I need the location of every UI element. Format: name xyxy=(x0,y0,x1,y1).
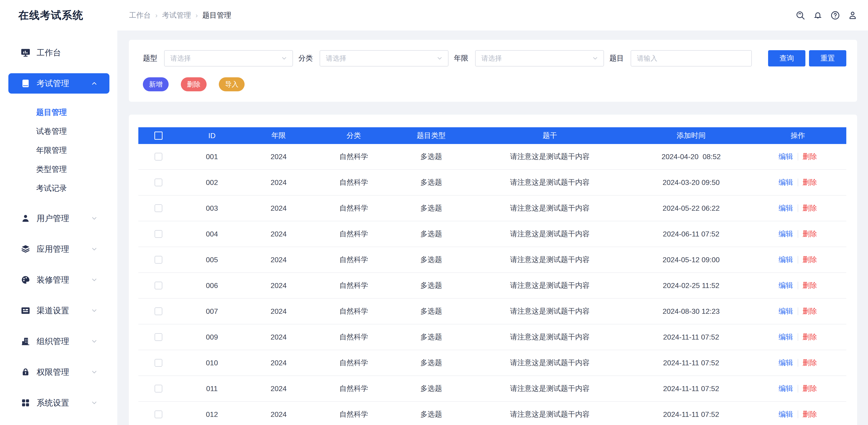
edit-link[interactable]: 编辑 xyxy=(779,203,793,213)
cell-stem: 请注意这是测试题干内容 xyxy=(467,384,633,394)
import-button[interactable]: 导入 xyxy=(219,77,245,91)
chevron-down-icon xyxy=(91,307,98,314)
sidebar-subitem-question-management[interactable]: 题目管理 xyxy=(0,103,117,122)
row-checkbox[interactable] xyxy=(155,256,162,264)
cell-stem: 请注意这是测试题干内容 xyxy=(467,332,633,342)
reset-button[interactable]: 重置 xyxy=(809,50,846,66)
cell-id: 009 xyxy=(179,333,245,341)
user-avatar-icon[interactable] xyxy=(848,10,858,20)
sidebar-nav: 工作台 考试管理 题目管理 试卷管理 年限管理 类型管理 考试记录 xyxy=(0,31,117,423)
row-checkbox[interactable] xyxy=(155,230,162,238)
sidebar-subitem-year-management[interactable]: 年限管理 xyxy=(0,141,117,160)
select-all-checkbox[interactable] xyxy=(154,131,162,140)
delete-link[interactable]: 删除 xyxy=(803,229,817,239)
edit-link[interactable]: 编辑 xyxy=(779,152,793,162)
divider xyxy=(798,282,798,290)
edit-link[interactable]: 编辑 xyxy=(779,409,793,419)
table-row: 004 2024 自然科学 多选题 请注意这是测试题干内容 2024-06-11… xyxy=(138,221,846,247)
year-select[interactable]: 请选择 xyxy=(475,50,604,66)
category-select[interactable]: 请选择 xyxy=(320,50,448,66)
sidebar-subitem-type-management[interactable]: 类型管理 xyxy=(0,160,117,179)
row-checkbox[interactable] xyxy=(155,204,162,212)
delete-link[interactable]: 删除 xyxy=(803,409,817,419)
cell-time: 2024-03-20 09:50 xyxy=(633,178,749,187)
breadcrumb-workbench[interactable]: 工作台 xyxy=(129,10,151,20)
chevron-down-icon xyxy=(91,338,98,345)
delete-link[interactable]: 删除 xyxy=(803,152,817,162)
sidebar-item-permission-management[interactable]: 权限管理 xyxy=(8,362,110,382)
sidebar-item-decoration-management[interactable]: 装修管理 xyxy=(8,270,110,290)
delete-link[interactable]: 删除 xyxy=(803,203,817,213)
row-checkbox[interactable] xyxy=(155,179,162,186)
edit-link[interactable]: 编辑 xyxy=(779,255,793,265)
app-logo: 在线考试系统 xyxy=(0,0,117,31)
edit-link[interactable]: 编辑 xyxy=(779,229,793,239)
delete-link[interactable]: 删除 xyxy=(803,255,817,265)
dashboard-icon xyxy=(21,48,31,58)
row-checkbox[interactable] xyxy=(155,153,162,160)
table-row: 011 2024 自然科学 多选题 请注意这是测试题干内容 2024-11-11… xyxy=(138,376,846,402)
table-row: 012 2024 自然科学 多选题 请注意这是测试题干内容 2024-11-11… xyxy=(138,402,846,425)
cell-category: 自然科学 xyxy=(312,332,396,342)
cell-type: 多选题 xyxy=(396,178,467,187)
delete-link[interactable]: 删除 xyxy=(803,306,817,316)
divider xyxy=(798,411,798,418)
bell-icon[interactable] xyxy=(813,10,823,20)
edit-link[interactable]: 编辑 xyxy=(779,332,793,342)
edit-link[interactable]: 编辑 xyxy=(779,178,793,187)
delete-link[interactable]: 删除 xyxy=(803,332,817,342)
chevron-up-icon xyxy=(91,80,98,87)
column-header-add-time: 添加时间 xyxy=(633,131,749,141)
edit-link[interactable]: 编辑 xyxy=(779,384,793,394)
edit-link[interactable]: 编辑 xyxy=(779,306,793,316)
edit-link[interactable]: 编辑 xyxy=(779,280,793,291)
sidebar-item-channel-settings[interactable]: 渠道设置 xyxy=(8,300,110,321)
sidebar-item-workbench[interactable]: 工作台 xyxy=(8,42,110,63)
cell-year: 2024 xyxy=(245,153,312,161)
sidebar-item-label: 用户管理 xyxy=(37,213,69,224)
cell-year: 2024 xyxy=(245,230,312,238)
question-input[interactable] xyxy=(631,50,752,66)
add-button[interactable]: 新增 xyxy=(143,77,168,91)
building-icon xyxy=(21,336,31,346)
search-icon[interactable] xyxy=(796,10,805,20)
grid-icon xyxy=(21,398,31,408)
row-checkbox[interactable] xyxy=(155,282,162,290)
column-header-operation: 操作 xyxy=(749,131,846,141)
breadcrumb-exam-management[interactable]: 考试管理 xyxy=(162,10,191,20)
cell-stem: 请注意这是测试题干内容 xyxy=(467,178,633,187)
sidebar-subitem-paper-management[interactable]: 试卷管理 xyxy=(0,122,117,141)
delete-link[interactable]: 删除 xyxy=(803,280,817,291)
column-header-id: ID xyxy=(179,131,245,140)
cell-year: 2024 xyxy=(245,385,312,393)
sidebar-item-exam-management[interactable]: 考试管理 xyxy=(8,73,110,94)
sidebar-subitem-exam-records[interactable]: 考试记录 xyxy=(0,179,117,198)
cell-operation: 编辑删除 xyxy=(749,255,846,265)
delete-button[interactable]: 删除 xyxy=(181,77,207,91)
help-icon[interactable] xyxy=(830,10,840,20)
sidebar-item-label: 应用管理 xyxy=(37,244,69,255)
table-row: 009 2024 自然科学 多选题 请注意这是测试题干内容 2024-11-11… xyxy=(138,325,846,350)
app-root: 在线考试系统 工作台 考试管理 题目管理 试卷管理 xyxy=(0,0,868,425)
sidebar-item-user-management[interactable]: 用户管理 xyxy=(8,208,110,229)
sidebar-item-organization-management[interactable]: 组织管理 xyxy=(8,331,110,352)
row-checkbox[interactable] xyxy=(155,385,162,392)
sidebar-item-label: 考试管理 xyxy=(37,78,69,89)
filter-group-year: 年限 请选择 xyxy=(454,50,604,66)
row-checkbox[interactable] xyxy=(155,359,162,367)
query-button[interactable]: 查询 xyxy=(768,50,805,66)
row-checkbox[interactable] xyxy=(155,333,162,341)
book-icon xyxy=(21,79,31,88)
cell-type: 多选题 xyxy=(396,255,467,265)
sidebar-item-system-settings[interactable]: 系统设置 xyxy=(8,393,110,413)
cell-year: 2024 xyxy=(245,307,312,315)
edit-link[interactable]: 编辑 xyxy=(779,358,793,368)
row-checkbox[interactable] xyxy=(155,307,162,315)
delete-link[interactable]: 删除 xyxy=(803,384,817,394)
question-type-select[interactable]: 请选择 xyxy=(164,50,293,66)
sidebar-item-app-management[interactable]: 应用管理 xyxy=(8,239,110,259)
delete-link[interactable]: 删除 xyxy=(803,358,817,368)
cell-category: 自然科学 xyxy=(312,255,396,265)
delete-link[interactable]: 删除 xyxy=(803,178,817,187)
row-checkbox[interactable] xyxy=(155,411,162,418)
